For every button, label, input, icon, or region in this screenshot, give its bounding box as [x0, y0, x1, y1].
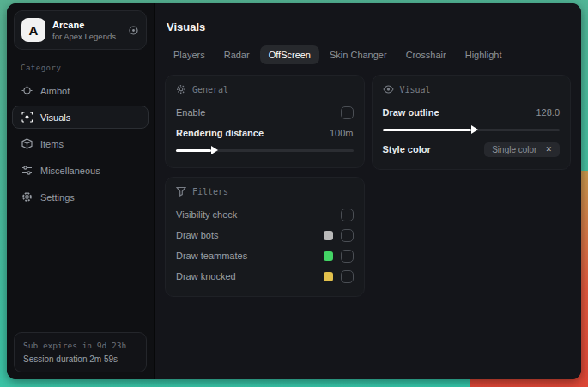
sidebar-item-label: Settings [40, 192, 75, 203]
sidebar-item-label: Items [40, 139, 64, 149]
sidebar-item-label: Visuals [40, 112, 70, 123]
sidebar-item-miscellaneous[interactable]: Miscellaneous [12, 159, 149, 182]
draw-bots-label: Draw bots [176, 230, 219, 240]
sun-icon [176, 84, 186, 94]
panels-area: General Enable Rendering distance 100m [165, 75, 571, 297]
subscription-info-card: Sub expires in 9d 23h Session duration 2… [14, 332, 147, 372]
sidebar-spacer [7, 210, 154, 325]
general-panel-title: General [192, 85, 228, 94]
filters-panel-title: Filters [192, 187, 228, 197]
style-color-row: Style color Single color ✕ [383, 140, 561, 159]
crosshair-icon [21, 85, 33, 96]
tab-offscreen[interactable]: OffScreen [260, 45, 319, 64]
enable-label: Enable [176, 107, 205, 118]
category-label: Category [21, 63, 154, 72]
rendering-distance-row: Rendering distance 100m [176, 124, 354, 142]
funnel-icon [176, 186, 186, 197]
close-icon[interactable]: ✕ [545, 145, 552, 154]
visual-panel-title: Visual [400, 85, 431, 94]
draw-knocked-label: Draw knocked [176, 271, 236, 281]
general-panel-header: General [176, 84, 354, 94]
sidebar-item-label: Aimbot [40, 86, 70, 96]
visual-panel-header: Visual [383, 84, 561, 94]
gear-icon [21, 191, 33, 203]
enable-checkbox[interactable] [341, 106, 354, 119]
main-content: Visuals Players Radar OffScreen Skin Cha… [155, 3, 581, 379]
rendering-distance-slider[interactable] [176, 145, 354, 155]
draw-bots-checkbox[interactable] [341, 229, 354, 242]
visibility-check-label: Visibility check [176, 209, 237, 220]
app-title-block: Arcane for Apex Legends [52, 19, 116, 40]
visibility-check-row: Visibility check [176, 205, 354, 224]
eye-icon [383, 84, 394, 94]
filters-panel-header: Filters [176, 186, 354, 197]
left-column: General Enable Rendering distance 100m [165, 75, 365, 297]
sidebar-item-visuals[interactable]: Visuals [12, 106, 149, 129]
sidebar-item-items[interactable]: Items [12, 132, 149, 155]
slider-fill [176, 149, 211, 152]
slider-fill [383, 129, 471, 131]
box-icon [21, 138, 33, 149]
tab-bar: Players Radar OffScreen Skin Changer Cro… [165, 45, 571, 64]
page-title: Visuals [167, 21, 571, 33]
app-header-card: A Arcane for Apex Legends [14, 10, 147, 50]
app-window: A Arcane for Apex Legends Category Aimbo… [7, 3, 581, 379]
draw-teammates-row: Draw teammates [176, 246, 354, 265]
draw-knocked-color-swatch[interactable] [324, 272, 333, 281]
style-color-selected-value: Single color [492, 145, 536, 154]
right-column: Visual Draw outline 128.0 Style color Si… [372, 75, 572, 170]
rendering-distance-label: Rendering distance [176, 128, 264, 138]
draw-knocked-checkbox[interactable] [341, 270, 354, 283]
draw-outline-value: 128.0 [536, 107, 560, 118]
sidebar-item-label: Miscellaneous [40, 166, 100, 176]
style-color-dropdown[interactable]: Single color ✕ [484, 142, 560, 157]
draw-teammates-color-swatch[interactable] [324, 251, 333, 261]
draw-outline-slider[interactable] [383, 124, 561, 135]
tab-radar[interactable]: Radar [215, 45, 258, 64]
enable-row: Enable [176, 103, 354, 122]
draw-knocked-row: Draw knocked [176, 267, 354, 286]
app-logo: A [21, 18, 45, 42]
draw-outline-label: Draw outline [383, 107, 439, 118]
sidebar: A Arcane for Apex Legends Category Aimbo… [7, 3, 155, 379]
sidebar-item-aimbot[interactable]: Aimbot [12, 79, 149, 102]
tab-players[interactable]: Players [165, 45, 214, 64]
visibility-check-checkbox[interactable] [341, 209, 354, 221]
visual-panel: Visual Draw outline 128.0 Style color Si… [372, 75, 572, 170]
sub-expires-text: Sub expires in 9d 23h [23, 341, 137, 350]
general-panel: General Enable Rendering distance 100m [165, 75, 365, 168]
eye-scan-icon [21, 112, 33, 123]
tab-highlight[interactable]: Highlight [457, 45, 511, 64]
draw-outline-row: Draw outline 128.0 [383, 103, 561, 122]
draw-teammates-checkbox[interactable] [341, 250, 354, 263]
tab-skin-changer[interactable]: Skin Changer [321, 45, 396, 64]
app-subtitle: for Apex Legends [52, 32, 116, 41]
draw-bots-row: Draw bots [176, 226, 354, 245]
tab-crosshair[interactable]: Crosshair [397, 45, 455, 64]
draw-teammates-label: Draw teammates [176, 251, 247, 261]
target-icon[interactable] [128, 25, 139, 36]
sliders-icon [21, 165, 33, 176]
sidebar-item-settings[interactable]: Settings [12, 185, 149, 209]
rendering-distance-value: 100m [330, 128, 354, 138]
filters-panel: Filters Visibility check Draw bots Draw … [165, 177, 365, 297]
session-duration-text: Session duration 2m 59s [23, 354, 137, 364]
draw-bots-color-swatch[interactable] [324, 231, 333, 240]
app-name: Arcane [52, 19, 116, 31]
style-color-label: Style color [383, 144, 431, 154]
